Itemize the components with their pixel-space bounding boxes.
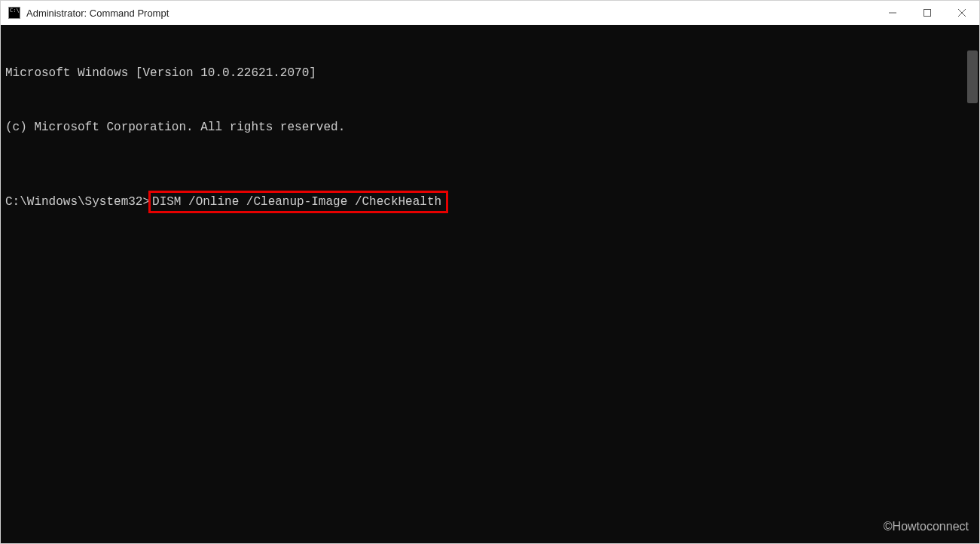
terminal-area[interactable]: Microsoft Windows [Version 10.0.22621.20…	[1, 25, 979, 543]
command-prompt-window: Administrator: Command Prompt Microsoft …	[0, 0, 980, 544]
prompt-text: C:\Windows\System32>	[5, 193, 150, 211]
prompt-line: C:\Windows\System32>DISM /Online /Cleanu…	[5, 191, 975, 213]
vertical-scrollbar-thumb[interactable]	[967, 50, 978, 103]
minimize-icon	[889, 9, 896, 17]
command-text: DISM /Online /Cleanup-Image /CheckHealth	[152, 195, 441, 209]
copyright-line: (c) Microsoft Corporation. All rights re…	[5, 118, 975, 136]
version-line: Microsoft Windows [Version 10.0.22621.20…	[5, 64, 975, 82]
window-controls	[875, 1, 979, 25]
window-title: Administrator: Command Prompt	[26, 8, 169, 19]
maximize-button[interactable]	[910, 1, 945, 25]
cmd-icon	[8, 7, 20, 19]
titlebar[interactable]: Administrator: Command Prompt	[1, 1, 979, 25]
highlighted-command: DISM /Online /Cleanup-Image /CheckHealth	[148, 191, 448, 213]
svg-rect-1	[924, 10, 931, 17]
close-button[interactable]	[945, 1, 979, 25]
maximize-icon	[924, 9, 931, 17]
watermark-text: ©Howtoconnect	[884, 518, 969, 536]
minimize-button[interactable]	[875, 1, 910, 25]
close-icon	[958, 9, 966, 17]
